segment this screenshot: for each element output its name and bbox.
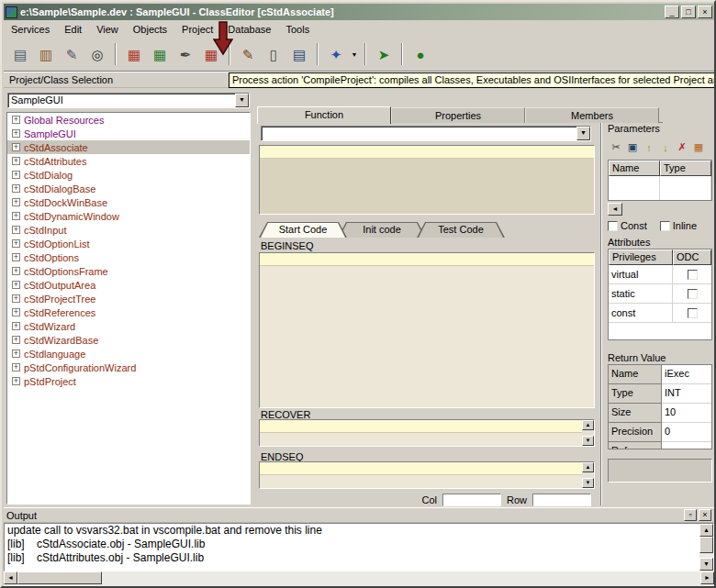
column-header-type[interactable]: Type <box>660 161 711 176</box>
expand-icon[interactable]: + <box>12 281 20 289</box>
expand-icon[interactable]: + <box>12 308 20 316</box>
ink-bottle-icon[interactable]: ✒ <box>173 42 198 67</box>
return-value-grid[interactable]: Name iExec Type INT Size 10 Precisi <box>608 364 712 449</box>
minimize-button[interactable]: _ <box>665 6 679 18</box>
const-checkbox[interactable] <box>608 221 618 231</box>
run-icon[interactable]: ➤ <box>371 42 397 67</box>
tree-item[interactable]: + cStdAssociate <box>7 140 250 154</box>
hscroll-thumb[interactable] <box>17 571 102 584</box>
browse-data-icon[interactable]: ◎ <box>84 42 110 67</box>
expand-icon[interactable]: + <box>12 349 20 358</box>
param-copy-icon[interactable]: ▣ <box>624 139 641 155</box>
tree-item[interactable]: + SampleGUI <box>7 127 250 140</box>
scroll-left-icon[interactable]: ◄ <box>4 571 17 584</box>
attribute-row[interactable]: static <box>609 284 711 304</box>
menu-item[interactable]: Edit <box>57 22 89 37</box>
attributes-grid[interactable]: Privileges ODC virtual stat <box>608 249 712 340</box>
hscroll-track[interactable] <box>102 571 700 586</box>
tree-item[interactable]: + cStdDialog <box>7 168 250 182</box>
editor-tab[interactable]: Properties <box>391 107 525 123</box>
output-log[interactable]: update call to vsvars32.bat in vscompile… <box>4 523 714 571</box>
parameters-grid[interactable]: Name Type <box>608 160 712 201</box>
document-icon[interactable]: ▯ <box>261 42 286 67</box>
output-caption[interactable]: Output ▫ × <box>4 508 714 523</box>
tree-item[interactable]: + cStdDynamicWindow <box>7 209 250 223</box>
status-light-icon[interactable]: ● <box>408 42 433 67</box>
parameters-grid-body[interactable] <box>609 176 711 200</box>
scroll-left-icon[interactable]: ◄ <box>608 203 622 216</box>
tree-item[interactable]: + cStdOutputArea <box>7 278 250 292</box>
tree-item[interactable]: + cStdWizard <box>7 319 250 333</box>
tree-item[interactable]: + cStdInput <box>7 223 250 237</box>
project-selector[interactable]: SampleGUI ▼ <box>7 93 250 108</box>
tree-item[interactable]: + pStdProject <box>7 374 250 388</box>
function-description-area[interactable] <box>259 145 595 215</box>
column-header-privileges[interactable]: Privileges <box>609 250 673 265</box>
code-tab[interactable]: Test Code <box>417 222 505 238</box>
green-table-icon[interactable]: ▦ <box>147 42 173 67</box>
tree-item[interactable]: + cStdOptionList <box>7 237 250 250</box>
database-icon[interactable]: ▥ <box>33 42 59 67</box>
expand-icon[interactable]: + <box>12 157 20 165</box>
attribute-checkbox[interactable] <box>688 308 698 318</box>
expand-icon[interactable]: + <box>12 171 20 179</box>
param-grid-icon[interactable]: ▦ <box>690 139 707 155</box>
scroll-up-icon[interactable]: ▲ <box>582 420 594 430</box>
open-class-icon[interactable]: ▤ <box>7 42 33 67</box>
tree-item[interactable]: + cStdOptionsFrame <box>7 264 250 278</box>
tree-item[interactable]: + Global Resources <box>7 113 250 127</box>
tree-item[interactable]: + cStdProjectTree <box>7 292 250 305</box>
tree-item[interactable]: + cStdWizardBase <box>7 333 250 347</box>
menu-item[interactable]: Objects <box>126 22 174 37</box>
dropdown-arrow-icon[interactable]: ▼ <box>235 94 249 107</box>
expand-icon[interactable]: + <box>12 129 20 138</box>
editor-tab[interactable]: Function <box>257 106 391 124</box>
attribute-row[interactable]: const <box>609 304 711 323</box>
inline-checkbox[interactable] <box>660 221 670 231</box>
param-delete-icon[interactable]: ✗ <box>674 139 690 155</box>
expand-icon[interactable]: + <box>12 294 20 303</box>
param-up-icon[interactable]: ↑ <box>641 139 657 155</box>
expand-icon[interactable]: + <box>12 184 20 193</box>
titlebar[interactable]: e:\Sample\Sample.dev : SampleGUI - Class… <box>4 4 714 20</box>
red-table-icon[interactable]: ▦ <box>121 42 147 67</box>
edit-window-icon[interactable]: ✎ <box>59 42 84 67</box>
return-value-row[interactable]: Referenced <box>609 442 711 449</box>
scroll-down-icon[interactable]: ▼ <box>582 478 594 488</box>
tree-item[interactable]: + cStdReferences <box>7 305 250 319</box>
menu-item[interactable]: Tools <box>278 22 317 37</box>
vscroll-thumb[interactable] <box>699 537 713 553</box>
expand-icon[interactable]: + <box>12 322 20 330</box>
toolbar-dropdown-arrow-icon[interactable]: ▼ <box>349 42 360 67</box>
editor-tab[interactable]: Members <box>525 107 659 123</box>
scroll-right-icon[interactable]: ► <box>700 571 714 584</box>
expand-icon[interactable]: + <box>12 253 20 261</box>
scroll-up-icon[interactable]: ▲ <box>699 524 713 537</box>
tree-item[interactable]: + pStdConfigurationWizard <box>7 361 250 374</box>
return-value-row[interactable]: Precision 0 <box>609 423 711 442</box>
expand-icon[interactable]: + <box>12 226 20 234</box>
expand-icon[interactable]: + <box>12 336 20 344</box>
tree-item[interactable]: + cStdDockWinBase <box>7 195 250 209</box>
param-down-icon[interactable]: ↓ <box>657 139 674 155</box>
attribute-checkbox[interactable] <box>688 289 698 299</box>
expand-icon[interactable]: + <box>12 116 20 124</box>
menu-item[interactable]: Services <box>4 22 57 37</box>
expand-icon[interactable]: + <box>12 143 20 151</box>
endseq-editor[interactable]: ▲ ▼ <box>259 461 595 489</box>
tree-item[interactable]: + cStdOptions <box>7 250 250 264</box>
param-cut-icon[interactable]: ✂ <box>608 139 624 155</box>
relations-icon[interactable]: ✦ <box>323 42 349 67</box>
expand-icon[interactable]: + <box>12 198 20 206</box>
expand-icon[interactable]: + <box>12 212 20 220</box>
dock-window-icon[interactable]: ▫ <box>684 509 697 521</box>
expand-icon[interactable]: + <box>12 377 20 385</box>
close-output-icon[interactable]: × <box>699 509 711 521</box>
dropdown-arrow-icon[interactable]: ▼ <box>576 127 590 140</box>
tree-item[interactable]: + cStdDialogBase <box>7 182 250 195</box>
script-editor-icon[interactable]: ✎ <box>235 42 261 67</box>
scroll-down-icon[interactable]: ▼ <box>699 558 713 571</box>
tree-item[interactable]: + cStdAttributes <box>7 154 250 168</box>
function-selector[interactable]: ▼ <box>261 126 591 141</box>
column-header-odc[interactable]: ODC <box>673 250 711 265</box>
